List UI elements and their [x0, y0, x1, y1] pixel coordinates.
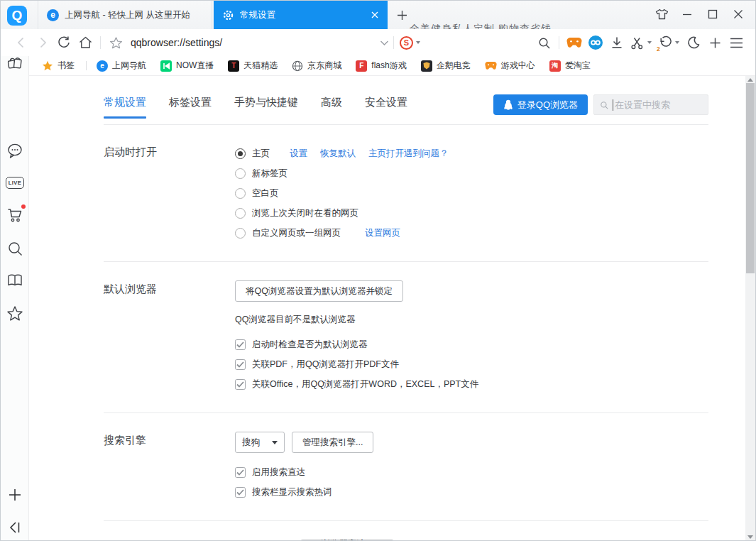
settings-header-right: 登录QQ浏览器	[493, 94, 708, 115]
settings-search-input[interactable]	[615, 99, 702, 110]
homepage-restore-default-link[interactable]: 恢复默认	[320, 148, 356, 160]
check-startup-default[interactable]: 启动时检查是否为默认浏览器	[235, 334, 708, 354]
bookmarks-root-button[interactable]: 书签	[42, 60, 75, 72]
home-button[interactable]	[75, 32, 96, 53]
homepage-trouble-link[interactable]: 主页打开遇到问题？	[368, 148, 449, 160]
collapse-panel-icon	[9, 520, 21, 535]
radio-selected[interactable]	[235, 148, 246, 159]
night-mode-button[interactable]	[683, 32, 704, 53]
chevron-down-icon	[416, 41, 420, 44]
star-outline-icon	[109, 36, 123, 50]
toolbar-separator	[559, 36, 559, 49]
caret-down-icon	[272, 441, 278, 444]
bookmark-taobao[interactable]: 淘 爱淘宝	[549, 60, 591, 72]
hamburger-menu-icon	[730, 38, 743, 48]
bookmark-tmall[interactable]: T 天猫精选	[228, 60, 278, 72]
search-engine-select[interactable]: 搜狗	[235, 432, 285, 453]
scrollbar-up-arrow[interactable]	[745, 76, 755, 83]
screenshot-scissors-button[interactable]	[628, 32, 654, 53]
settings-tab-gestures[interactable]: 手势与快捷键	[234, 96, 298, 119]
sidebar-messages-button[interactable]	[1, 138, 29, 163]
checkbox-checked[interactable]	[235, 487, 246, 498]
maximize-button[interactable]	[700, 4, 725, 25]
theme-skin-button[interactable]	[649, 4, 674, 25]
check-associate-office[interactable]: 关联Office，用QQ浏览器打开WORD，EXCEL，PPT文件	[235, 374, 708, 394]
close-window-button[interactable]	[725, 4, 751, 25]
settings-search-box[interactable]	[593, 94, 708, 115]
main-menu-button[interactable]	[725, 32, 747, 53]
radio[interactable]	[235, 208, 246, 219]
chat-bubble-icon	[6, 143, 23, 159]
bookmark-jd[interactable]: 京东商城	[292, 60, 341, 72]
qq-browser-logo-icon[interactable]: Q	[7, 6, 27, 26]
check-associate-pdf[interactable]: 关联PDF，用QQ浏览器打开PDF文件	[235, 354, 708, 374]
tab-nav-home[interactable]: e 上网导航 - 轻快上网 从这里开始	[38, 1, 212, 29]
forward-button[interactable]	[32, 32, 53, 53]
search-button[interactable]	[533, 32, 554, 53]
bookmark-nav[interactable]: e 上网导航	[97, 60, 146, 72]
section-label: 启动时打开	[104, 143, 235, 243]
check-icon	[236, 489, 244, 496]
manage-search-engines-button[interactable]: 管理搜索引擎...	[292, 432, 373, 453]
bookmark-now-live[interactable]: NOW直播	[160, 60, 214, 72]
sidebar-search-button[interactable]	[1, 236, 29, 261]
checkbox-checked[interactable]	[235, 379, 246, 390]
refresh-button[interactable]	[53, 32, 75, 53]
radio[interactable]	[235, 188, 246, 199]
sidebar-shopping-cart-button[interactable]	[1, 202, 29, 227]
set-custom-pages-link[interactable]: 设置网页	[365, 227, 400, 239]
minimize-button[interactable]	[674, 4, 700, 25]
restore-closed-tab-button[interactable]: 2	[654, 32, 683, 53]
sidebar-collapse-button[interactable]	[1, 515, 29, 540]
sidebar-reading-button[interactable]	[1, 268, 29, 293]
checkbox-checked[interactable]	[235, 339, 246, 350]
settings-page: 常规设置 标签设置 手势与快捷键 高级 安全设置 登录QQ浏览器	[29, 76, 755, 540]
bookmark-game-center[interactable]: 游戏中心	[485, 60, 535, 72]
download-tool-select[interactable]: QQ浏览器高速下载	[300, 540, 394, 540]
check-search-direct[interactable]: 启用搜索直达	[235, 462, 708, 482]
scrollbar-down-arrow[interactable]	[745, 533, 755, 540]
scrollbar-thumb[interactable]	[746, 83, 755, 273]
bookmark-penguin-esports[interactable]: 企鹅电竞	[421, 60, 471, 72]
radio[interactable]	[235, 228, 246, 239]
check-hot-words[interactable]: 搜索栏显示搜索热词	[235, 482, 708, 502]
checkbox-checked[interactable]	[235, 359, 246, 370]
restore-count-badge: 2	[657, 45, 660, 53]
login-qq-browser-button[interactable]: 登录QQ浏览器	[493, 94, 588, 115]
search-icon	[7, 241, 23, 257]
sogou-search-engine-button[interactable]: S	[400, 36, 420, 50]
section-startup: 启动时打开 主页 设置 恢复默认 主页打开遇到问题？ 新标签页	[104, 143, 708, 243]
tab-settings-active[interactable]: 常规设置	[214, 1, 388, 29]
sidebar-shopping-bags-button[interactable]	[1, 50, 29, 76]
settings-tab-tabs[interactable]: 标签设置	[169, 96, 212, 119]
checkbox-checked[interactable]	[235, 467, 246, 478]
homepage-set-link[interactable]: 设置	[290, 148, 307, 160]
url-dropdown-button[interactable]	[380, 40, 389, 46]
bookmarks-separator	[86, 61, 87, 70]
radio[interactable]	[235, 168, 246, 179]
add-app-button[interactable]	[704, 32, 725, 53]
game-center-button[interactable]	[564, 32, 585, 53]
bookmarks-bar: 书签 e 上网导航 NOW直播 T 天猫精选 京东商城 F	[29, 56, 755, 76]
tab-bar: Q e 上网导航 - 轻快上网 从这里开始 常规设置 全美健身私人定制 购物查省…	[1, 1, 755, 29]
search-icon	[600, 100, 608, 110]
download-button[interactable]	[606, 32, 628, 53]
settings-tab-security[interactable]: 安全设置	[365, 96, 407, 119]
tab-close-icon[interactable]	[371, 11, 379, 19]
infinity-icon	[588, 35, 603, 50]
sidebar-add-button[interactable]	[1, 482, 29, 508]
favorite-star-button[interactable]	[105, 32, 126, 53]
bookmark-flash-games[interactable]: F flash游戏	[356, 60, 406, 72]
infinity-sync-button[interactable]	[585, 32, 606, 53]
sidebar-live-button[interactable]: LIVE	[1, 170, 29, 195]
new-tab-button[interactable]	[393, 6, 411, 23]
address-bar[interactable]: qqbrowser://settings/	[105, 32, 389, 53]
url-text[interactable]: qqbrowser://settings/	[131, 37, 222, 48]
settings-tab-advanced[interactable]: 高级	[321, 96, 342, 119]
tmall-icon: T	[228, 60, 239, 72]
set-default-browser-button[interactable]: 将QQ浏览器设置为默认浏览器并锁定	[235, 280, 403, 302]
sidebar-favorites-button[interactable]	[1, 300, 29, 326]
page-scrollbar[interactable]	[745, 76, 755, 540]
settings-tab-general[interactable]: 常规设置	[104, 96, 146, 119]
section-divider	[104, 124, 708, 125]
